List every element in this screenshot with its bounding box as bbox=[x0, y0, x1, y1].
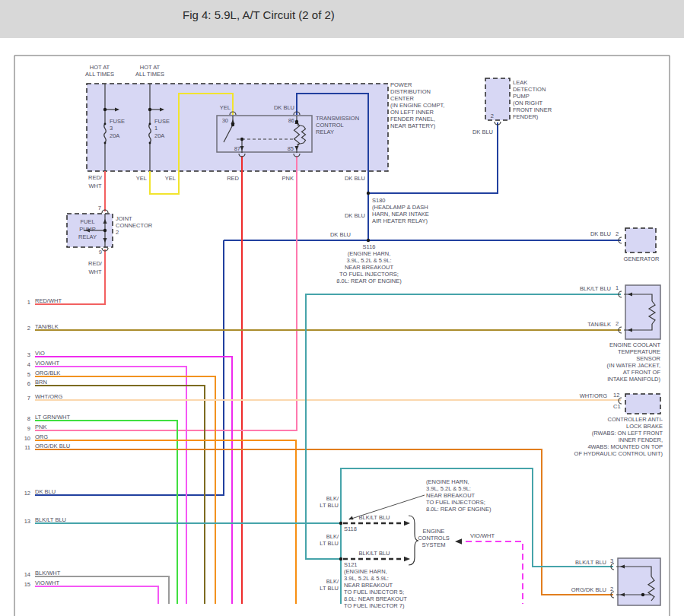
s118-callout-arrow-line bbox=[349, 495, 425, 519]
fuse-terminal-dot bbox=[104, 123, 107, 125]
wire-vio-row3 bbox=[35, 357, 232, 604]
wire-viowht-row15 bbox=[35, 586, 158, 604]
wire-viowht-row4 bbox=[35, 367, 186, 604]
wire-dkblu-row12 bbox=[35, 240, 224, 495]
junction-dot bbox=[641, 593, 644, 596]
wire-blkltblu-s118-loop bbox=[341, 468, 613, 567]
box-generator bbox=[625, 228, 656, 252]
wiring-diagram-page: Fig 4: 5.9L, A/T Circuit (2 of 2) HOT AT… bbox=[0, 0, 684, 616]
junction-dot bbox=[240, 138, 243, 141]
wire-viowht-ecs-dashed bbox=[466, 541, 523, 604]
wire-orgdkblu-row11 bbox=[35, 449, 613, 595]
engine-controls-brace bbox=[409, 516, 418, 565]
junction-dot bbox=[148, 108, 151, 111]
box-leak-detection-pump bbox=[485, 78, 510, 120]
junction-dot bbox=[367, 239, 370, 242]
fuse-terminal-dot bbox=[104, 142, 107, 144]
arrowhead bbox=[404, 557, 410, 562]
fuse-terminal-dot bbox=[149, 142, 151, 144]
junction-dot bbox=[367, 192, 370, 195]
wire-redwht-joint-to-row1 bbox=[35, 249, 105, 304]
fuse-terminal-dot bbox=[149, 123, 151, 125]
arrowhead bbox=[348, 516, 354, 520]
wire-org-row10 bbox=[35, 440, 296, 604]
arrowhead bbox=[404, 521, 410, 526]
arrowhead bbox=[455, 538, 462, 545]
junction-dot bbox=[295, 120, 298, 123]
junction-dot bbox=[339, 557, 342, 560]
junction-dot bbox=[103, 229, 107, 232]
box-controller-antilock-brake bbox=[625, 394, 660, 414]
junction-dot bbox=[231, 123, 234, 126]
junction-dot bbox=[103, 108, 107, 111]
diagram-svg bbox=[0, 0, 684, 616]
wire-orgblk-row5 bbox=[35, 376, 215, 604]
junction-dot bbox=[339, 522, 342, 525]
wire-blkwht-row14 bbox=[35, 576, 169, 604]
wire-pnk-relay85 bbox=[35, 156, 297, 430]
